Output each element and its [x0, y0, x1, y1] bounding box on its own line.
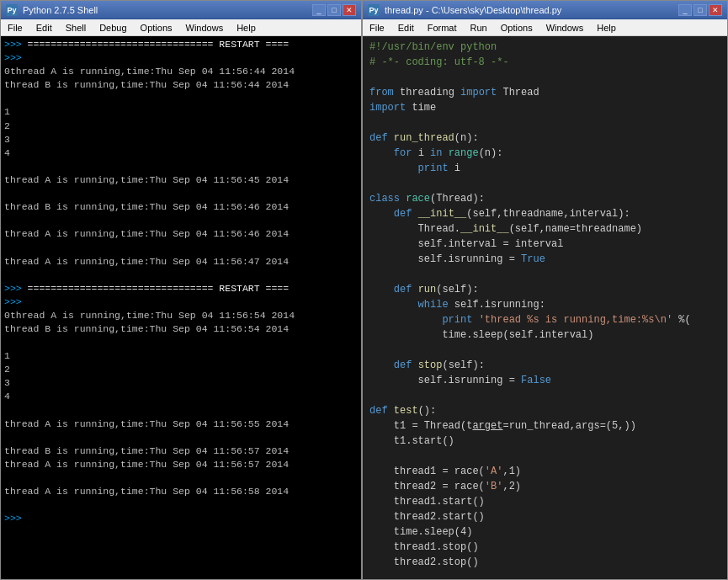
- editor-maximize-button[interactable]: □: [693, 4, 707, 16]
- code-line: t1.start(): [369, 434, 720, 449]
- shell-line: 3: [4, 133, 358, 146]
- editor-menu-format[interactable]: Format: [421, 21, 464, 35]
- editor-menu-help[interactable]: Help: [590, 21, 623, 35]
- code-line: thread2.start(): [369, 509, 720, 524]
- shell-line: thread B is running,time:Thu Sep 04 11:5…: [4, 322, 358, 336]
- maximize-button[interactable]: □: [327, 4, 341, 16]
- code-line: for i in range(n):: [369, 146, 720, 161]
- editor-minimize-button[interactable]: _: [678, 4, 692, 16]
- menu-edit[interactable]: Edit: [29, 21, 59, 35]
- code-line: # -*- coding: utf-8 -*-: [369, 55, 720, 70]
- python-icon-editor: Py: [368, 4, 380, 16]
- shell-line: [4, 471, 358, 485]
- code-line: [369, 176, 720, 191]
- shell-line: >>> ================================ RES…: [4, 38, 358, 51]
- menu-file[interactable]: File: [1, 21, 29, 35]
- shell-line: [4, 404, 358, 418]
- code-line: from threading import Thread: [369, 85, 720, 100]
- shell-line: [4, 269, 358, 282]
- editor-window: Py thread.py - C:\Users\sky\Desktop\thre…: [362, 0, 728, 580]
- shell-line: [4, 187, 358, 200]
- editor-menu-windows[interactable]: Windows: [539, 21, 591, 35]
- code-line: thread1.stop(): [369, 540, 720, 555]
- shell-line: >>>: [4, 295, 358, 309]
- code-line: Thread.__init__(self,name=threadname): [369, 221, 720, 237]
- shell-menu-bar: File Edit Shell Debug Options Windows He…: [1, 19, 361, 36]
- code-line: while self.isrunning:: [369, 297, 720, 312]
- code-line: [369, 70, 720, 85]
- code-line: [369, 115, 720, 130]
- shell-line: 4: [4, 390, 358, 403]
- menu-help[interactable]: Help: [230, 21, 263, 35]
- shell-content[interactable]: >>> ================================ RES…: [1, 36, 361, 579]
- editor-title-bar: Py thread.py - C:\Users\sky\Desktop\thre…: [363, 1, 727, 19]
- code-line: def run_thread(n):: [369, 130, 720, 146]
- editor-menu-file[interactable]: File: [363, 21, 391, 35]
- editor-menu-edit[interactable]: Edit: [391, 21, 421, 35]
- code-line: time.sleep(4): [369, 524, 720, 540]
- shell-win-controls: _ □ ✕: [312, 4, 356, 16]
- shell-line: thread A is running,time:Thu Sep 04 11:5…: [4, 255, 358, 269]
- code-line: import time: [369, 100, 720, 115]
- code-line: def test():: [369, 403, 720, 418]
- shell-line: 0thread A is running,time:Thu Sep 04 11:…: [4, 65, 358, 78]
- close-button[interactable]: ✕: [343, 4, 356, 16]
- code-line: thread1.start(): [369, 494, 720, 509]
- shell-line: >>>: [4, 51, 358, 65]
- shell-line: 1: [4, 349, 358, 363]
- shell-line: [4, 92, 358, 105]
- shell-line: 2: [4, 120, 358, 133]
- code-line: print 'thread %s is running,time:%s\n' %…: [369, 312, 720, 327]
- menu-options[interactable]: Options: [134, 21, 179, 35]
- shell-line: thread A is running,time:Thu Sep 04 11:5…: [4, 173, 358, 187]
- shell-line: [4, 336, 358, 349]
- minimize-button[interactable]: _: [312, 4, 326, 16]
- shell-line: thread A is running,time:Thu Sep 04 11:5…: [4, 227, 358, 241]
- shell-prompt: >>>: [4, 512, 358, 525]
- shell-title-text: Py Python 2.7.5 Shell: [6, 4, 98, 16]
- code-line: #!/usr/bin/env python: [369, 40, 720, 55]
- editor-menu-options[interactable]: Options: [494, 21, 539, 35]
- shell-line: thread A is running,time:Thu Sep 04 11:5…: [4, 485, 358, 498]
- shell-line: >>> ================================ RES…: [4, 282, 358, 295]
- shell-line: [4, 241, 358, 254]
- shell-line: thread A is running,time:Thu Sep 04 11:5…: [4, 458, 358, 471]
- shell-line: [4, 214, 358, 227]
- code-line: time.sleep(self.interval): [369, 327, 720, 343]
- code-line: t1 = Thread(target=run_thread,args=(5,)): [369, 418, 720, 434]
- code-line: [369, 570, 720, 579]
- shell-line: thread B is running,time:Thu Sep 04 11:5…: [4, 78, 358, 92]
- code-line: thread1 = race('A',1): [369, 464, 720, 479]
- editor-menu-bar: File Edit Format Run Options Windows Hel…: [363, 19, 727, 36]
- shell-title-bar: Py Python 2.7.5 Shell _ □ ✕: [1, 1, 361, 19]
- editor-title-text: Py thread.py - C:\Users\sky\Desktop\thre…: [368, 4, 561, 16]
- code-line: [369, 267, 720, 282]
- python-icon: Py: [6, 4, 18, 16]
- menu-windows[interactable]: Windows: [179, 21, 231, 35]
- menu-shell[interactable]: Shell: [59, 21, 93, 35]
- code-line: class race(Thread):: [369, 191, 720, 206]
- shell-line: thread B is running,time:Thu Sep 04 11:5…: [4, 444, 358, 458]
- code-line: print i: [369, 161, 720, 176]
- shell-line: 1: [4, 105, 358, 119]
- editor-menu-run[interactable]: Run: [464, 21, 494, 35]
- code-line: self.isrunning = False: [369, 373, 720, 388]
- editor-win-controls: _ □ ✕: [678, 4, 722, 16]
- shell-title-label: Python 2.7.5 Shell: [23, 5, 98, 15]
- shell-line: thread A is running,time:Thu Sep 04 11:5…: [4, 418, 358, 431]
- editor-title-label: thread.py - C:\Users\sky\Desktop\thread.…: [385, 5, 561, 15]
- shell-line: 2: [4, 363, 358, 376]
- shell-line: [4, 431, 358, 444]
- shell-line: [4, 160, 358, 173]
- code-line: def run(self):: [369, 282, 720, 297]
- shell-window: Py Python 2.7.5 Shell _ □ ✕ File Edit Sh…: [0, 0, 362, 580]
- code-line: thread2.stop(): [369, 555, 720, 570]
- editor-close-button[interactable]: ✕: [709, 4, 722, 16]
- menu-debug[interactable]: Debug: [93, 21, 133, 35]
- code-line: thread2 = race('B',2): [369, 479, 720, 494]
- editor-content[interactable]: #!/usr/bin/env python # -*- coding: utf-…: [363, 36, 727, 579]
- code-line: [369, 343, 720, 358]
- code-line: def stop(self):: [369, 358, 720, 373]
- code-line: self.isrunning = True: [369, 252, 720, 267]
- shell-line: 4: [4, 146, 358, 160]
